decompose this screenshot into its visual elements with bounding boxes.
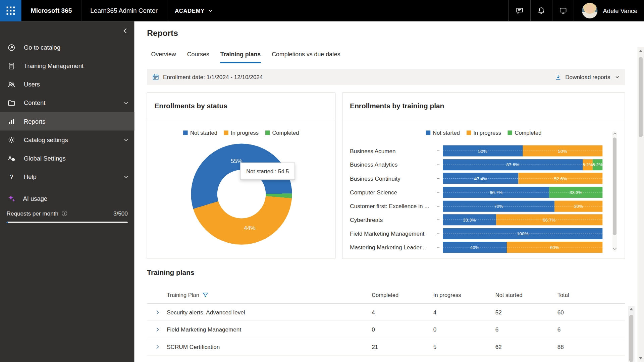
sidebar-collapse-button[interactable] (120, 25, 131, 36)
tab-overview[interactable]: Overview (151, 51, 176, 63)
sidebar-item-label: Go to catalog (24, 44, 60, 51)
feedback-icon (559, 7, 567, 15)
feedback-button[interactable] (552, 0, 574, 21)
catalog-settings-icon (7, 136, 15, 144)
account-menu[interactable]: Adele Vance (574, 3, 644, 19)
table-row-security-alerts-advanced-level[interactable]: Security alerts. Advanced level445260 (147, 304, 625, 321)
scroll-up-icon[interactable] (639, 50, 642, 52)
bar-value-label: 50% (558, 148, 567, 154)
brand-label[interactable]: Microsoft 365 (31, 7, 72, 14)
bar-row-business-analytics: Business Analytics87.6%6.2%6.2% (342, 158, 613, 172)
sidebar-item-training-management[interactable]: Training Management (0, 57, 134, 75)
stacked-bar: 40%60% (443, 242, 602, 253)
requests-per-month: Requests per month 3/500 (7, 209, 128, 217)
chevron-down-icon (615, 74, 620, 79)
column-in-progress[interactable]: In progress (433, 292, 461, 298)
expand-row-icon[interactable] (155, 327, 160, 332)
sidebar-item-content[interactable]: Content (0, 94, 134, 112)
legend-swatch (426, 130, 430, 135)
app-launcher-button[interactable] (0, 0, 21, 21)
stacked-bar: 33.3%66.7% (443, 215, 602, 226)
category-label: Field Marketing Management (350, 230, 437, 237)
column-total[interactable]: Total (557, 292, 569, 298)
user-name: Adele Vance (603, 7, 638, 14)
tab-courses[interactable]: Courses (187, 51, 209, 63)
scroll-up-icon[interactable] (613, 132, 616, 135)
scroll-down-icon[interactable] (639, 357, 642, 359)
total-count: 88 (557, 343, 564, 350)
stacked-bar: 50%50% (443, 145, 602, 157)
scrollbar-thumb[interactable] (629, 315, 633, 362)
chat-button[interactable] (509, 0, 530, 21)
bar-value-label: 33.3% (570, 190, 582, 195)
bar-row-business-acumen: Business Acumen50%50% (342, 144, 613, 158)
stacked-bar: 70%30% (443, 200, 602, 212)
sidebar-item-help[interactable]: ?Help (0, 168, 134, 186)
in-progress-count: 4 (433, 309, 437, 315)
enrollment-date-filter[interactable]: Enrollment date: 1/1/2024 - 12/10/2024 (163, 74, 263, 80)
bar-value-label: 40% (470, 245, 479, 250)
sidebar-item-label: Users (24, 81, 40, 88)
bar-segment-completed: 6.2% (593, 159, 603, 170)
table-scrollbar[interactable] (628, 306, 635, 362)
screen: Microsoft 365 Learn365 Admin Center ACAD… (0, 0, 644, 362)
download-reports-button[interactable]: Download reports (555, 74, 620, 80)
bar-value-label: 50% (478, 148, 487, 154)
download-icon (555, 74, 562, 80)
help-icon: ? (7, 173, 15, 181)
reports-icon (7, 117, 15, 125)
column-completed[interactable]: Completed (372, 292, 398, 298)
notifications-button[interactable] (531, 0, 552, 21)
sidebar-item-users[interactable]: Users (0, 75, 134, 94)
info-icon[interactable] (62, 210, 67, 216)
bar-segment-not-started: 47.4% (443, 173, 519, 184)
legend-item-completed: Completed (508, 130, 542, 136)
filter-icon[interactable] (203, 292, 208, 298)
category-label: Business Acumen (350, 148, 437, 155)
legend-item-in-progress: In progress (224, 130, 259, 136)
bar-value-label: 6.2% (593, 162, 603, 167)
scrollbar-thumb[interactable] (639, 57, 643, 137)
divider (167, 0, 167, 21)
chart-scrollbar[interactable] (612, 131, 617, 252)
sidebar-item-ai-usage[interactable]: AI usage (0, 192, 134, 204)
bar-segment-not-started: 66.7% (443, 187, 549, 198)
scroll-down-icon[interactable] (613, 247, 616, 250)
tab-training-plans[interactable]: Training plans (220, 51, 261, 63)
sidebar-item-catalog-settings[interactable]: Catalog settings (0, 130, 134, 149)
bar-segment-in-progress: 50% (523, 145, 602, 157)
axis-tick (437, 206, 439, 206)
scroll-up-icon[interactable] (630, 308, 633, 310)
app-title[interactable]: Learn365 Admin Center (90, 7, 157, 14)
completed-count: 21 (372, 343, 378, 350)
sidebar-item-global-settings[interactable]: Global Settings (0, 149, 134, 167)
bar-value-label: 47.4% (474, 176, 487, 181)
progress-fill (7, 222, 8, 223)
bar-segment-in-progress: 6.2% (583, 159, 593, 170)
table-row-field-marketing-management[interactable]: Field Marketing Management0066 (147, 321, 625, 338)
axis-tick (437, 192, 439, 192)
scrollbar-thumb[interactable] (613, 137, 616, 235)
bar-value-label: 70% (494, 204, 503, 209)
column-training-plan[interactable]: Training Plan (167, 292, 208, 298)
chevron-down-icon (208, 8, 213, 13)
column-not-started[interactable]: Not started (495, 292, 523, 298)
tab-completions-vs-due-dates[interactable]: Completions vs due dates (272, 51, 340, 63)
legend-item-completed: Completed (265, 130, 299, 136)
in-progress-count: 0 (433, 326, 437, 333)
table-row-scrum-certification[interactable]: SCRUM Certification2156288 (147, 338, 625, 355)
category-label: Mastering Marketing Leader... (350, 244, 437, 251)
sidebar-item-reports[interactable]: Reports (0, 112, 134, 130)
total-count: 6 (557, 326, 561, 333)
card-title: Enrollments by status (147, 93, 335, 120)
topbar-actions: Adele Vance (508, 0, 644, 21)
tenant-selector[interactable]: ACADEMY (175, 8, 213, 14)
expand-row-icon[interactable] (155, 344, 160, 349)
sidebar-item-go-to-catalog[interactable]: Go to catalog (0, 38, 134, 57)
table-body: Security alerts. Advanced level445260Fie… (147, 304, 625, 355)
completed-count: 0 (372, 326, 375, 333)
page-scrollbar[interactable] (637, 47, 644, 362)
expand-row-icon[interactable] (155, 310, 160, 315)
bar-segment-not-started: 40% (443, 242, 507, 253)
bar-value-label: 66.7% (490, 190, 502, 195)
